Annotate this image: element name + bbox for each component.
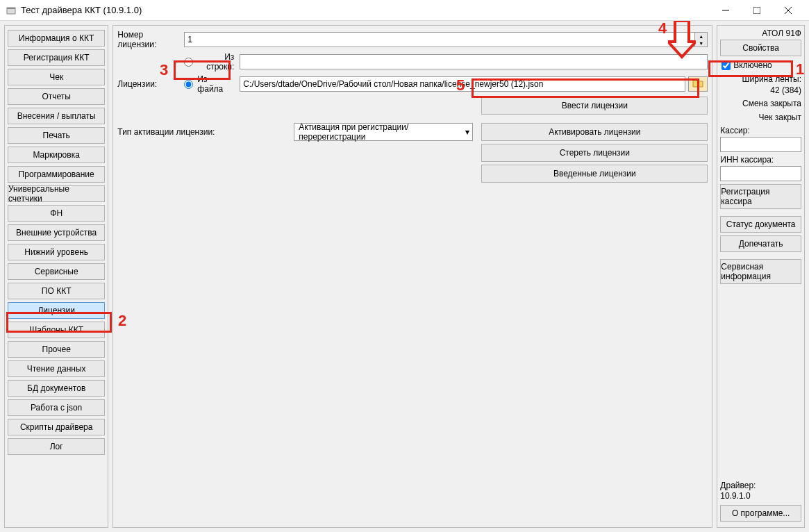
doc-status-button[interactable]: Статус документа (720, 216, 801, 233)
app-icon (6, 5, 17, 16)
svg-rect-3 (753, 7, 760, 14)
enabled-label: Включено (733, 60, 772, 70)
radio-from-string[interactable] (184, 58, 193, 67)
shift-status: Смена закрыта (720, 99, 801, 110)
sidebar-item-programming[interactable]: Программирование (8, 166, 105, 183)
sidebar-item-fn[interactable]: ФН (8, 205, 105, 222)
minimize-button[interactable] (710, 0, 741, 21)
device-name: АТОЛ 91Ф (720, 28, 801, 38)
license-number-label: Номер лицензии: (117, 30, 181, 49)
sidebar-item-payments[interactable]: Внесения / выплаты (8, 108, 105, 124)
sidebar-item-licenses[interactable]: Лицензии (8, 302, 105, 319)
svg-rect-1 (7, 8, 15, 9)
activate-licenses-button[interactable]: Активировать лицензии (481, 123, 708, 141)
cashier-input[interactable] (720, 137, 801, 152)
tape-width: Ширина ленты: 42 (384) (720, 74, 801, 96)
spin-down[interactable]: ▼ (695, 40, 707, 47)
erase-licenses-button[interactable]: Стереть лицензии (481, 144, 708, 162)
main-panel: Номер лицензии: ▲▼ Из строки: Лицензии: … (112, 25, 712, 528)
sidebar-item-service[interactable]: Сервисные (8, 263, 105, 280)
licenses-label: Лицензии: (117, 79, 181, 89)
sidebar-item-firmware[interactable]: ПО ККТ (8, 283, 105, 299)
sidebar-item-other[interactable]: Прочее (8, 341, 105, 358)
window-title: Тест драйвера ККТ (10.9.1.0) (21, 5, 710, 15)
maximize-button[interactable] (741, 0, 772, 21)
register-cashier-button[interactable]: Регистрация кассира (720, 184, 801, 209)
about-button[interactable]: О программе... (720, 505, 801, 522)
sidebar-item-db[interactable]: БД документов (8, 380, 105, 397)
browse-button[interactable] (688, 76, 708, 92)
activation-type-combo[interactable]: Активация при регистрации/перерегистраци… (294, 123, 473, 141)
radio-file-label: Из файла (197, 74, 234, 94)
sidebar-item-devices[interactable]: Внешние устройства (8, 224, 105, 241)
spin-up[interactable]: ▲ (695, 33, 707, 40)
radio-string-label: Из строки: (197, 52, 234, 72)
sidebar-item-info[interactable]: Информация о ККТ (8, 30, 105, 47)
cashier-inn-input[interactable] (720, 166, 801, 181)
sidebar-item-check[interactable]: Чек (8, 69, 105, 85)
folder-icon (692, 79, 703, 90)
sidebar-item-registration[interactable]: Регистрация ККТ (8, 49, 105, 66)
sidebar-item-reports[interactable]: Отчеты (8, 88, 105, 105)
check-status: Чек закрыт (720, 113, 801, 124)
driver-info: Драйвер: 10.9.1.0 (720, 481, 801, 502)
reprint-button[interactable]: Допечатать (720, 235, 801, 252)
sidebar-item-read[interactable]: Чтение данных (8, 360, 105, 377)
radio-from-file[interactable] (184, 80, 193, 89)
titlebar: Тест драйвера ККТ (10.9.1.0) (0, 0, 809, 21)
sidebar-item-json[interactable]: Работа с json (8, 399, 105, 416)
sidebar-item-templates[interactable]: Шаблоны ККТ (8, 322, 105, 338)
properties-button[interactable]: Свойства (720, 40, 801, 56)
activation-type-label: Тип активации лицензии: (117, 127, 291, 137)
spin-buttons[interactable]: ▲▼ (695, 32, 708, 47)
sidebar-item-log[interactable]: Лог (8, 438, 105, 455)
enter-licenses-button[interactable]: Ввести лицензии (481, 97, 708, 115)
license-string-input[interactable] (240, 54, 708, 69)
enabled-checkbox-row[interactable]: Включено (720, 59, 801, 72)
enabled-checkbox[interactable] (722, 61, 731, 70)
sidebar-item-scripts[interactable]: Скрипты драйвера (8, 419, 105, 435)
license-file-input[interactable] (240, 76, 685, 92)
service-info-button[interactable]: Сервисная информация (720, 259, 801, 284)
sidebar-item-counters[interactable]: Универсальные счетчики (8, 185, 105, 202)
sidebar-item-marking[interactable]: Маркировка (8, 147, 105, 163)
license-number-spinbox[interactable]: ▲▼ (184, 32, 708, 47)
sidebar: Информация о ККТ Регистрация ККТ Чек Отч… (4, 25, 108, 528)
cashier-inn-label: ИНН кассира: (720, 155, 801, 165)
close-button[interactable] (772, 0, 803, 21)
right-panel: АТОЛ 91Ф Свойства Включено Ширина ленты:… (717, 25, 805, 528)
entered-licenses-button[interactable]: Введенные лицензии (481, 165, 708, 183)
cashier-label: Кассир: (720, 126, 801, 135)
license-number-input[interactable] (184, 32, 695, 47)
sidebar-item-lowlevel[interactable]: Нижний уровень (8, 244, 105, 260)
sidebar-item-print[interactable]: Печать (8, 127, 105, 144)
